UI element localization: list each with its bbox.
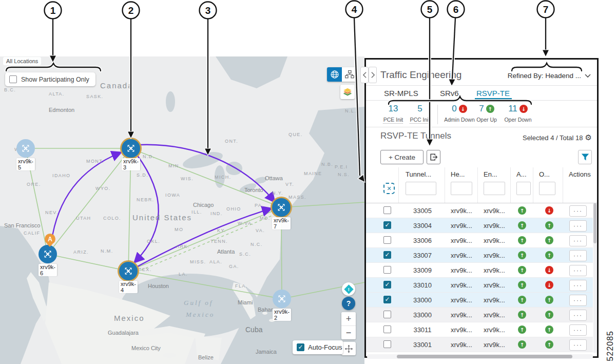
row-actions-button[interactable]: ···	[569, 265, 587, 276]
row-checkbox[interactable]	[383, 281, 391, 289]
oper-status-icon: ↑	[545, 221, 553, 229]
te-tunnel-arrow[interactable]	[136, 155, 159, 261]
device-node-disc[interactable]	[119, 262, 138, 280]
row-actions-button[interactable]: ···	[569, 339, 587, 351]
horizontal-scrollbar-thumb[interactable]	[397, 355, 572, 358]
filter-headend-input[interactable]	[451, 182, 472, 195]
auto-focus-checkbox[interactable]	[297, 343, 304, 351]
map-link[interactable]	[131, 210, 284, 274]
row-actions-button[interactable]: ···	[569, 205, 587, 217]
table-row[interactable]: 33007xrv9k...xrv9k...↑↑···	[366, 248, 593, 263]
device-node-disc[interactable]	[38, 245, 57, 263]
table-row[interactable]: 33009xrv9k...xrv9k...↑↓···	[366, 263, 593, 278]
tunnel-id-cell: 33000	[400, 311, 445, 319]
tunnel-id-cell: 33007	[400, 252, 445, 259]
help-button[interactable]: ?	[342, 297, 355, 310]
stat-oper-up[interactable]: 7↑Oper Up	[470, 104, 504, 123]
tab-srv6[interactable]: SRv6	[440, 89, 459, 98]
row-checkbox[interactable]	[383, 325, 391, 333]
device-node-disc[interactable]	[16, 139, 35, 158]
row-checkbox[interactable]	[383, 221, 391, 229]
col-endpoint[interactable]: En...	[484, 170, 497, 178]
status-down-icon: ↓	[459, 105, 467, 113]
table-row[interactable]: 33001xrv9k...xrv9k...↑↑···	[366, 337, 593, 352]
clear-selection-icon[interactable]: ✕	[383, 183, 395, 194]
active-tab-underline	[475, 98, 512, 100]
row-actions-button[interactable]: ···	[569, 280, 587, 291]
filter-admin-input[interactable]	[516, 182, 531, 195]
collapse-right-button[interactable]	[369, 67, 377, 83]
stat-value: 5	[417, 104, 422, 114]
auto-focus-label: Auto-Focus	[308, 343, 342, 351]
show-participating-control[interactable]: Show Participating Only	[5, 72, 95, 86]
pan-button[interactable]	[341, 342, 356, 355]
stat-pcc-init[interactable]: 5PCC Init	[403, 104, 437, 123]
col-oper-state[interactable]: O...	[539, 170, 550, 178]
refined-by-dropdown[interactable]: Refined By: Headend ...	[508, 72, 591, 80]
table-row[interactable]: 33010xrv9k...xrv9k...↑↓···	[366, 278, 593, 293]
device-node-disc[interactable]	[272, 198, 291, 217]
export-button[interactable]	[427, 150, 440, 164]
admin-status-icon: ↑	[518, 266, 526, 274]
create-button[interactable]: + Create	[380, 150, 424, 164]
row-checkbox[interactable]	[383, 251, 391, 259]
gear-icon[interactable]: ⚙	[585, 133, 592, 142]
row-actions-button[interactable]: ···	[569, 235, 587, 246]
stat-label: Oper Down	[501, 117, 535, 123]
te-tunnel-arrow[interactable]	[138, 209, 270, 266]
row-actions-button[interactable]: ···	[569, 324, 587, 336]
tab-sr-mpls[interactable]: SR-MPLS	[384, 89, 418, 98]
device-node-disc[interactable]	[122, 139, 140, 158]
stat-oper-down[interactable]: 11↓Oper Down	[501, 104, 535, 123]
column-separator	[563, 167, 563, 203]
map-canvas[interactable]: B.C.ALTA.SASK.EdmontonCanadaN.L.ONT.QUE.…	[0, 56, 364, 364]
alerts-button[interactable]: !	[342, 282, 355, 296]
collapse-left-button[interactable]	[360, 67, 369, 83]
table-row[interactable]: 33000xrv9k...xrv9k...↑↑···	[366, 293, 593, 308]
filter-tunnel-input[interactable]	[406, 182, 436, 195]
filter-button[interactable]	[578, 150, 592, 164]
map-link[interactable]	[48, 254, 128, 271]
table-row[interactable]: 33005xrv9k...xrv9k...↑↓···	[366, 203, 593, 218]
row-checkbox[interactable]	[383, 266, 391, 274]
row-checkbox[interactable]	[383, 236, 391, 244]
geo-map-button[interactable]	[327, 67, 342, 82]
vertical-scrollbar-thumb[interactable]	[593, 203, 596, 243]
table-row[interactable]: 33006xrv9k...xrv9k...↑↑···	[366, 233, 593, 248]
oper-status-icon: ↑	[545, 236, 553, 244]
row-actions-button[interactable]: ···	[569, 220, 587, 232]
zoom-in-button[interactable]: +	[341, 312, 356, 326]
te-tunnel-arrow[interactable]	[51, 153, 120, 242]
col-admin-state[interactable]: A...	[516, 170, 527, 178]
stat-value: 13	[389, 104, 398, 114]
horizontal-scrollbar[interactable]	[367, 354, 593, 359]
map-link[interactable]	[48, 148, 131, 254]
auto-focus-control[interactable]: Auto-Focus	[293, 340, 343, 354]
layers-button[interactable]	[340, 85, 355, 99]
device-node-disc[interactable]	[273, 290, 291, 308]
row-checkbox[interactable]	[383, 311, 391, 318]
tab-rsvp-te[interactable]: RSVP-TE	[476, 89, 510, 98]
row-actions-button[interactable]: ···	[569, 310, 587, 321]
row-checkbox[interactable]	[383, 296, 391, 303]
table-row[interactable]: 33004xrv9k...xrv9k...↑↑···	[366, 218, 593, 233]
router-icon	[123, 265, 134, 277]
zoom-out-button[interactable]: −	[341, 326, 356, 339]
col-tunnel-id[interactable]: Tunnel...	[406, 170, 431, 178]
vertical-scrollbar[interactable]	[593, 203, 596, 353]
row-actions-button[interactable]: ···	[569, 295, 587, 306]
all-locations-label[interactable]: All Locations	[3, 57, 41, 65]
row-checkbox[interactable]	[383, 340, 391, 348]
node-label: xrv9k-4	[119, 281, 138, 293]
tunnel-id-cell: 33000	[400, 296, 445, 304]
row-actions-button[interactable]: ···	[569, 250, 587, 261]
table-row[interactable]: 33011xrv9k...xrv9k...↑↑···	[366, 322, 593, 337]
filter-oper-input[interactable]	[539, 182, 555, 195]
row-checkbox[interactable]	[383, 206, 391, 214]
col-headend[interactable]: He...	[451, 170, 465, 178]
headend-cell: xrv9k...	[451, 222, 472, 229]
filter-endpoint-input[interactable]	[484, 182, 505, 195]
show-participating-checkbox[interactable]	[9, 75, 17, 83]
table-row[interactable]: 33000xrv9k...xrv9k...↑↑···	[366, 308, 593, 322]
logical-map-button[interactable]	[342, 67, 357, 82]
